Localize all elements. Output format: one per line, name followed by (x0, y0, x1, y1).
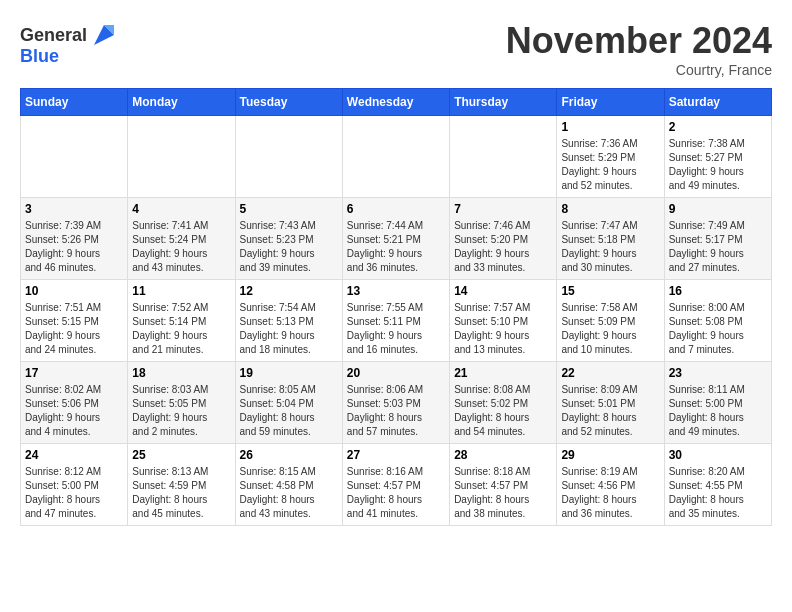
day-number: 12 (240, 284, 338, 298)
day-number: 5 (240, 202, 338, 216)
calendar-cell (128, 116, 235, 198)
logo-general-text: General (20, 25, 87, 46)
calendar-cell: 3Sunrise: 7:39 AM Sunset: 5:26 PM Daylig… (21, 198, 128, 280)
day-info: Sunrise: 7:55 AM Sunset: 5:11 PM Dayligh… (347, 301, 445, 357)
day-info: Sunrise: 8:00 AM Sunset: 5:08 PM Dayligh… (669, 301, 767, 357)
calendar-week-1: 1Sunrise: 7:36 AM Sunset: 5:29 PM Daylig… (21, 116, 772, 198)
calendar-cell: 7Sunrise: 7:46 AM Sunset: 5:20 PM Daylig… (450, 198, 557, 280)
calendar-cell: 4Sunrise: 7:41 AM Sunset: 5:24 PM Daylig… (128, 198, 235, 280)
location-subtitle: Courtry, France (506, 62, 772, 78)
day-number: 24 (25, 448, 123, 462)
calendar-cell: 30Sunrise: 8:20 AM Sunset: 4:55 PM Dayli… (664, 444, 771, 526)
day-number: 4 (132, 202, 230, 216)
weekday-header-friday: Friday (557, 89, 664, 116)
day-info: Sunrise: 7:51 AM Sunset: 5:15 PM Dayligh… (25, 301, 123, 357)
calendar-cell: 17Sunrise: 8:02 AM Sunset: 5:06 PM Dayli… (21, 362, 128, 444)
day-info: Sunrise: 8:15 AM Sunset: 4:58 PM Dayligh… (240, 465, 338, 521)
title-area: November 2024 Courtry, France (506, 20, 772, 78)
weekday-header-monday: Monday (128, 89, 235, 116)
day-number: 26 (240, 448, 338, 462)
day-number: 3 (25, 202, 123, 216)
calendar-cell: 27Sunrise: 8:16 AM Sunset: 4:57 PM Dayli… (342, 444, 449, 526)
day-number: 17 (25, 366, 123, 380)
day-info: Sunrise: 7:58 AM Sunset: 5:09 PM Dayligh… (561, 301, 659, 357)
calendar-cell: 22Sunrise: 8:09 AM Sunset: 5:01 PM Dayli… (557, 362, 664, 444)
day-info: Sunrise: 7:39 AM Sunset: 5:26 PM Dayligh… (25, 219, 123, 275)
calendar-cell: 9Sunrise: 7:49 AM Sunset: 5:17 PM Daylig… (664, 198, 771, 280)
calendar-cell: 19Sunrise: 8:05 AM Sunset: 5:04 PM Dayli… (235, 362, 342, 444)
day-info: Sunrise: 8:20 AM Sunset: 4:55 PM Dayligh… (669, 465, 767, 521)
day-number: 23 (669, 366, 767, 380)
weekday-header-tuesday: Tuesday (235, 89, 342, 116)
day-number: 21 (454, 366, 552, 380)
calendar-cell: 11Sunrise: 7:52 AM Sunset: 5:14 PM Dayli… (128, 280, 235, 362)
day-number: 29 (561, 448, 659, 462)
day-info: Sunrise: 8:13 AM Sunset: 4:59 PM Dayligh… (132, 465, 230, 521)
day-info: Sunrise: 8:12 AM Sunset: 5:00 PM Dayligh… (25, 465, 123, 521)
calendar-week-2: 3Sunrise: 7:39 AM Sunset: 5:26 PM Daylig… (21, 198, 772, 280)
calendar-cell: 8Sunrise: 7:47 AM Sunset: 5:18 PM Daylig… (557, 198, 664, 280)
calendar-cell: 16Sunrise: 8:00 AM Sunset: 5:08 PM Dayli… (664, 280, 771, 362)
page-header: General Blue November 2024 Courtry, Fran… (20, 20, 772, 78)
calendar-cell: 12Sunrise: 7:54 AM Sunset: 5:13 PM Dayli… (235, 280, 342, 362)
day-info: Sunrise: 8:08 AM Sunset: 5:02 PM Dayligh… (454, 383, 552, 439)
day-number: 25 (132, 448, 230, 462)
calendar-cell (235, 116, 342, 198)
calendar-cell: 10Sunrise: 7:51 AM Sunset: 5:15 PM Dayli… (21, 280, 128, 362)
day-info: Sunrise: 7:44 AM Sunset: 5:21 PM Dayligh… (347, 219, 445, 275)
day-info: Sunrise: 7:49 AM Sunset: 5:17 PM Dayligh… (669, 219, 767, 275)
calendar-cell: 13Sunrise: 7:55 AM Sunset: 5:11 PM Dayli… (342, 280, 449, 362)
day-info: Sunrise: 7:36 AM Sunset: 5:29 PM Dayligh… (561, 137, 659, 193)
day-info: Sunrise: 8:03 AM Sunset: 5:05 PM Dayligh… (132, 383, 230, 439)
calendar-cell: 15Sunrise: 7:58 AM Sunset: 5:09 PM Dayli… (557, 280, 664, 362)
calendar-cell: 23Sunrise: 8:11 AM Sunset: 5:00 PM Dayli… (664, 362, 771, 444)
day-info: Sunrise: 7:57 AM Sunset: 5:10 PM Dayligh… (454, 301, 552, 357)
day-number: 19 (240, 366, 338, 380)
day-info: Sunrise: 8:19 AM Sunset: 4:56 PM Dayligh… (561, 465, 659, 521)
day-number: 16 (669, 284, 767, 298)
day-number: 30 (669, 448, 767, 462)
calendar-week-3: 10Sunrise: 7:51 AM Sunset: 5:15 PM Dayli… (21, 280, 772, 362)
calendar-cell: 5Sunrise: 7:43 AM Sunset: 5:23 PM Daylig… (235, 198, 342, 280)
calendar-cell: 24Sunrise: 8:12 AM Sunset: 5:00 PM Dayli… (21, 444, 128, 526)
calendar-week-4: 17Sunrise: 8:02 AM Sunset: 5:06 PM Dayli… (21, 362, 772, 444)
day-number: 11 (132, 284, 230, 298)
day-number: 7 (454, 202, 552, 216)
calendar-cell: 25Sunrise: 8:13 AM Sunset: 4:59 PM Dayli… (128, 444, 235, 526)
logo: General Blue (20, 20, 119, 67)
day-info: Sunrise: 7:46 AM Sunset: 5:20 PM Dayligh… (454, 219, 552, 275)
calendar-cell: 6Sunrise: 7:44 AM Sunset: 5:21 PM Daylig… (342, 198, 449, 280)
day-number: 18 (132, 366, 230, 380)
day-number: 14 (454, 284, 552, 298)
calendar-cell: 29Sunrise: 8:19 AM Sunset: 4:56 PM Dayli… (557, 444, 664, 526)
weekday-header-wednesday: Wednesday (342, 89, 449, 116)
day-number: 8 (561, 202, 659, 216)
logo-icon (89, 20, 119, 50)
day-number: 22 (561, 366, 659, 380)
day-number: 9 (669, 202, 767, 216)
month-title: November 2024 (506, 20, 772, 62)
calendar-cell: 18Sunrise: 8:03 AM Sunset: 5:05 PM Dayli… (128, 362, 235, 444)
day-number: 2 (669, 120, 767, 134)
day-number: 15 (561, 284, 659, 298)
calendar-table: SundayMondayTuesdayWednesdayThursdayFrid… (20, 88, 772, 526)
calendar-cell (342, 116, 449, 198)
day-number: 20 (347, 366, 445, 380)
day-number: 13 (347, 284, 445, 298)
day-info: Sunrise: 8:09 AM Sunset: 5:01 PM Dayligh… (561, 383, 659, 439)
day-info: Sunrise: 7:38 AM Sunset: 5:27 PM Dayligh… (669, 137, 767, 193)
day-info: Sunrise: 8:16 AM Sunset: 4:57 PM Dayligh… (347, 465, 445, 521)
weekday-header-saturday: Saturday (664, 89, 771, 116)
calendar-cell: 20Sunrise: 8:06 AM Sunset: 5:03 PM Dayli… (342, 362, 449, 444)
day-number: 27 (347, 448, 445, 462)
day-info: Sunrise: 7:43 AM Sunset: 5:23 PM Dayligh… (240, 219, 338, 275)
day-info: Sunrise: 8:18 AM Sunset: 4:57 PM Dayligh… (454, 465, 552, 521)
calendar-cell: 26Sunrise: 8:15 AM Sunset: 4:58 PM Dayli… (235, 444, 342, 526)
calendar-cell: 21Sunrise: 8:08 AM Sunset: 5:02 PM Dayli… (450, 362, 557, 444)
day-info: Sunrise: 7:41 AM Sunset: 5:24 PM Dayligh… (132, 219, 230, 275)
day-info: Sunrise: 7:52 AM Sunset: 5:14 PM Dayligh… (132, 301, 230, 357)
day-number: 1 (561, 120, 659, 134)
day-info: Sunrise: 7:54 AM Sunset: 5:13 PM Dayligh… (240, 301, 338, 357)
day-info: Sunrise: 8:11 AM Sunset: 5:00 PM Dayligh… (669, 383, 767, 439)
day-info: Sunrise: 7:47 AM Sunset: 5:18 PM Dayligh… (561, 219, 659, 275)
